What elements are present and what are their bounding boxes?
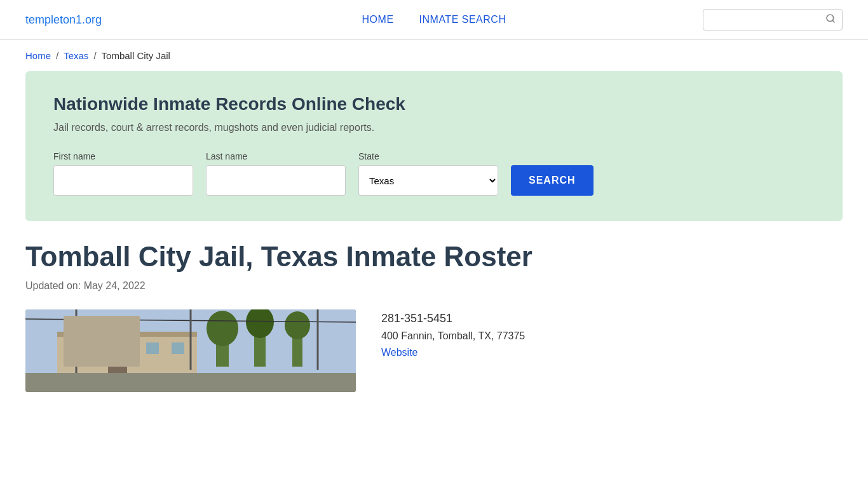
jail-website-link[interactable]: Website — [381, 347, 525, 358]
banner-subtitle: Jail records, court & arrest records, mu… — [53, 122, 815, 133]
last-name-input[interactable] — [206, 165, 346, 196]
breadcrumb-separator-1: / — [56, 50, 58, 61]
svg-rect-14 — [146, 342, 159, 354]
first-name-input[interactable] — [53, 165, 193, 196]
page-title: Tomball City Jail, Texas Inmate Roster — [25, 240, 843, 274]
breadcrumb: Home / Texas / Tomball City Jail — [0, 40, 868, 71]
main-content: Tomball City Jail, Texas Inmate Roster U… — [0, 240, 868, 392]
search-input[interactable] — [710, 15, 825, 25]
nav-inmate-search[interactable]: INMATE SEARCH — [419, 14, 506, 25]
search-button[interactable]: SEARCH — [511, 165, 593, 196]
nav-home[interactable]: HOME — [362, 14, 394, 25]
first-name-label: First name — [53, 151, 193, 161]
svg-rect-17 — [25, 373, 356, 392]
svg-line-1 — [832, 20, 834, 22]
svg-rect-15 — [172, 342, 184, 354]
state-select[interactable]: Texas Alabama Alaska California Florida … — [358, 165, 498, 196]
last-name-label: Last name — [206, 151, 346, 161]
banner-title: Nationwide Inmate Records Online Check — [53, 94, 815, 114]
search-icon — [825, 13, 836, 26]
state-group: State Texas Alabama Alaska California Fl… — [358, 151, 498, 196]
svg-rect-16 — [108, 357, 127, 373]
main-nav: HOME INMATE SEARCH — [230, 14, 639, 25]
svg-rect-12 — [95, 342, 108, 354]
breadcrumb-separator-2: / — [93, 50, 96, 61]
state-label: State — [358, 151, 498, 161]
search-box — [703, 9, 843, 30]
jail-info-row: 281-351-5451 400 Fannin, Tomball, TX, 77… — [25, 309, 843, 392]
svg-rect-13 — [121, 342, 133, 354]
jail-address: 400 Fannin, Tomball, TX, 77375 — [381, 330, 525, 342]
svg-point-4 — [207, 311, 238, 346]
first-name-group: First name — [53, 151, 193, 196]
jail-phone: 281-351-5451 — [381, 312, 525, 325]
breadcrumb-state[interactable]: Texas — [64, 50, 88, 61]
header: templeton1.org HOME INMATE SEARCH — [0, 0, 868, 40]
svg-rect-11 — [70, 342, 83, 354]
search-form: First name Last name State Texas Alabama… — [53, 151, 815, 196]
header-search-container — [639, 9, 843, 30]
svg-rect-10 — [57, 332, 197, 337]
last-name-group: Last name — [206, 151, 346, 196]
updated-date: Updated on: May 24, 2022 — [25, 280, 843, 292]
breadcrumb-current: Tomball City Jail — [102, 50, 170, 61]
site-logo[interactable]: templeton1.org — [25, 13, 230, 27]
jail-image — [25, 309, 356, 392]
breadcrumb-home[interactable]: Home — [25, 50, 51, 61]
svg-point-8 — [285, 311, 310, 339]
search-banner: Nationwide Inmate Records Online Check J… — [25, 71, 843, 221]
jail-contact: 281-351-5451 400 Fannin, Tomball, TX, 77… — [381, 309, 525, 358]
